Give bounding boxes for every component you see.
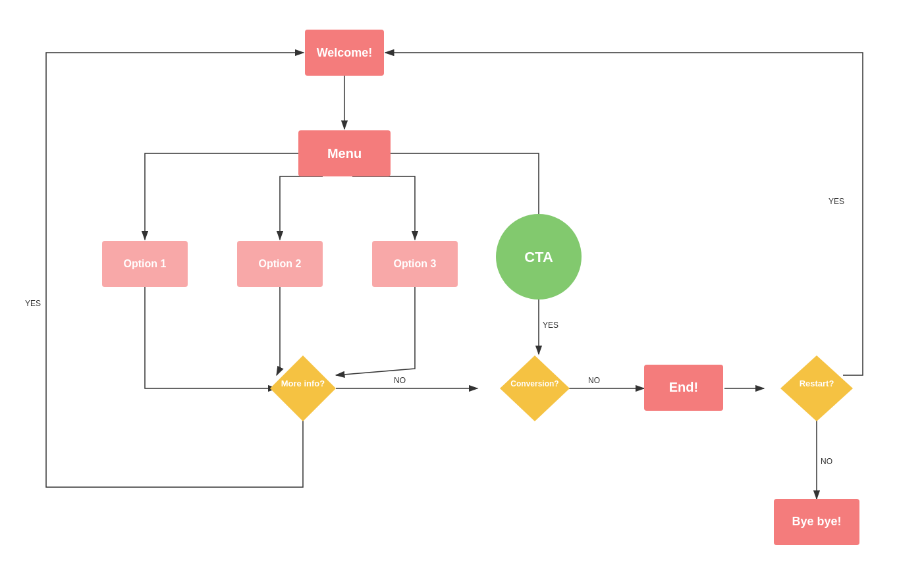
welcome-label: Welcome! (317, 46, 373, 59)
label-restart-yes: YES (829, 197, 844, 206)
arrow-option1-moreinfo (145, 287, 277, 388)
end-label: End! (669, 380, 698, 394)
byebye-label: Bye bye! (792, 515, 841, 528)
option1-label: Option 1 (124, 258, 167, 269)
arrow-option2-moreinfo (277, 287, 280, 375)
menu-label: Menu (327, 146, 362, 161)
label-restart-no: NO (821, 457, 832, 466)
arrow-menu-option2 (280, 176, 323, 240)
arrow-menu-cta (384, 153, 539, 227)
option3-label: Option 3 (394, 258, 437, 269)
moreinfo-label: More info? (281, 379, 325, 388)
label-cta-yes: YES (543, 321, 558, 330)
option2-label: Option 2 (259, 258, 302, 269)
label-conversion-no: NO (588, 376, 600, 385)
conversion-node (500, 355, 570, 421)
restart-node (780, 355, 853, 421)
cta-label: CTA (524, 249, 553, 265)
conversion-label: Conversion? (510, 379, 558, 388)
label-moreinfo-yes: YES (25, 299, 41, 308)
arrow-menu-option3 (352, 176, 415, 240)
arrow-restart-yes-welcome (385, 53, 863, 375)
restart-label: Restart? (800, 379, 834, 388)
arrow-option3-moreinfo (336, 287, 415, 375)
label-moreinfo-no: NO (394, 376, 406, 385)
arrow-menu-option1 (145, 153, 305, 240)
